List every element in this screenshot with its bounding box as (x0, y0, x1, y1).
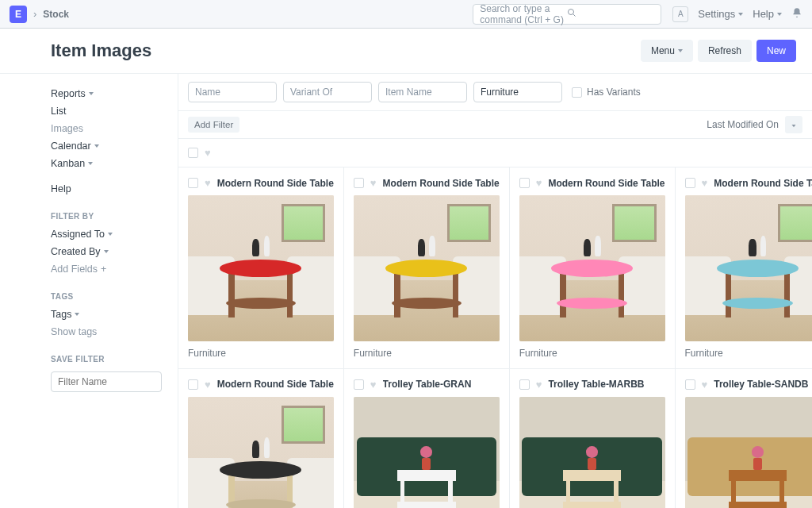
item-checkbox[interactable] (685, 178, 695, 188)
card-header: ♥Trolley Table-MARBB (519, 379, 665, 391)
has-variants-label: Has Variants (587, 87, 641, 98)
item-card[interactable]: ♥Trolley Table-SANDBFurniture (676, 369, 812, 508)
refresh-button[interactable]: Refresh (698, 40, 752, 62)
sort-label: Last Modified On (707, 119, 779, 130)
show-tags-link[interactable]: Show tags (51, 323, 162, 341)
like-icon[interactable]: ♥ (370, 379, 377, 391)
add-filter-button[interactable]: Add Filter (188, 117, 239, 133)
global-search-input[interactable]: Search or type a command (Ctrl + G) (473, 4, 661, 25)
item-category: Furniture (519, 348, 665, 359)
search-icon (567, 8, 654, 20)
chevron-down-icon (94, 144, 99, 148)
sort-control[interactable]: Last Modified On (707, 116, 802, 133)
like-icon[interactable]: ♥ (370, 177, 377, 189)
filter-actions-row: Add Filter Last Modified On (178, 111, 812, 139)
svg-line-1 (573, 14, 576, 17)
sidebar-item-label: Assigned To (51, 229, 105, 240)
like-icon[interactable]: ♥ (702, 177, 708, 189)
item-checkbox[interactable] (354, 379, 364, 390)
sidebar-filter-assigned-to[interactable]: Assigned To (51, 225, 162, 243)
image-grid: ♥Modern Round Side TableFurniture♥Modern… (178, 167, 812, 508)
sidebar-item-label: Kanban (51, 158, 85, 169)
help-menu[interactable]: Help (753, 8, 782, 20)
like-icon[interactable]: ♥ (702, 379, 708, 391)
sidebar-view-reports[interactable]: Reports (51, 85, 162, 102)
breadcrumb-stock[interactable]: Stock (43, 9, 69, 20)
tags-heading: TAGS (51, 292, 162, 301)
item-card[interactable]: ♥Modern Round Side TableFurniture (676, 167, 812, 369)
chevron-down-icon (108, 233, 113, 236)
menu-button[interactable]: Menu (641, 40, 693, 62)
search-placeholder: Search or type a command (Ctrl + G) (480, 3, 567, 25)
item-checkbox[interactable] (354, 178, 364, 188)
user-avatar[interactable]: A (672, 6, 688, 22)
item-thumbnail (354, 397, 500, 508)
item-card[interactable]: ♥Trolley Table-MARBBFurniture (510, 369, 676, 508)
filter-item-group-field[interactable]: Furniture (473, 82, 562, 102)
chevron-down-icon (104, 250, 109, 253)
like-icon[interactable]: ♥ (536, 379, 542, 391)
sidebar-help[interactable]: Help (51, 180, 162, 198)
svg-point-0 (569, 10, 574, 15)
sidebar-view-kanban[interactable]: Kanban (51, 155, 162, 172)
filter-by-heading: FILTER BY (51, 212, 162, 221)
chevron-down-icon (738, 13, 743, 16)
sidebar-item-label: Images (51, 123, 83, 134)
item-title: Modern Round Side Table (714, 178, 812, 189)
item-card[interactable]: ♥Modern Round Side TableFurniture (510, 167, 676, 369)
filter-name-input[interactable] (51, 371, 162, 392)
checkbox-icon (572, 87, 582, 98)
filter-variant-of-field[interactable]: Variant Of (283, 82, 372, 102)
notifications-icon[interactable] (791, 7, 802, 21)
page-title: Item Images (16, 40, 151, 61)
item-checkbox[interactable] (188, 379, 198, 390)
plus-icon: + (101, 264, 106, 275)
chevron-down-icon (88, 162, 93, 165)
like-icon[interactable]: ♥ (536, 177, 542, 189)
sidebar-item-label: Add Fields (51, 264, 98, 275)
chevron-down-icon (777, 13, 782, 16)
item-category: Furniture (188, 348, 334, 359)
item-thumbnail (188, 397, 334, 508)
like-icon[interactable]: ♥ (205, 379, 211, 391)
app-logo[interactable]: E (10, 6, 27, 23)
select-all-checkbox[interactable] (188, 148, 198, 158)
tags-dropdown[interactable]: Tags (51, 306, 162, 323)
settings-menu[interactable]: Settings (698, 8, 743, 20)
page-header: Item Images Menu Refresh New (0, 29, 812, 74)
sidebar-item-label: Reports (51, 88, 86, 99)
chevron-down-icon (678, 49, 683, 52)
sidebar-view-images[interactable]: Images (51, 120, 162, 137)
new-button[interactable]: New (756, 40, 796, 62)
item-checkbox[interactable] (188, 178, 198, 188)
item-checkbox[interactable] (519, 379, 530, 390)
sidebar: ReportsListImagesCalendarKanban Help FIL… (0, 74, 178, 508)
breadcrumb-sep-icon: › (33, 8, 36, 20)
item-title: Trolley Table-GRAN (383, 379, 500, 390)
item-thumbnail (354, 195, 500, 341)
sidebar-view-calendar[interactable]: Calendar (51, 137, 162, 155)
sidebar-view-list[interactable]: List (51, 102, 162, 120)
card-header: ♥Modern Round Side Table (188, 177, 334, 189)
sidebar-item-label: Calendar (51, 140, 91, 152)
sort-direction-icon[interactable] (785, 116, 802, 133)
like-icon[interactable]: ♥ (205, 177, 211, 189)
item-title: Modern Round Side Table (548, 178, 665, 189)
item-checkbox[interactable] (519, 178, 530, 188)
like-all-icon[interactable]: ♥ (205, 147, 211, 159)
filter-item-name-field[interactable]: Item Name (378, 82, 467, 102)
sidebar-filter-created-by[interactable]: Created By (51, 243, 162, 260)
item-category: Furniture (354, 348, 500, 359)
item-thumbnail (519, 195, 665, 341)
item-category: Furniture (685, 348, 812, 359)
has-variants-checkbox[interactable]: Has Variants (572, 87, 641, 98)
item-thumbnail (685, 195, 812, 341)
sidebar-filter-add-fields[interactable]: Add Fields + (51, 260, 162, 278)
item-card[interactable]: ♥Trolley Table-GRANFurniture (344, 369, 510, 508)
item-checkbox[interactable] (685, 379, 695, 390)
item-card[interactable]: ♥Modern Round Side TableFurniture (344, 167, 510, 369)
item-card[interactable]: ♥Modern Round Side TableFurniture (178, 369, 344, 508)
filter-name-field[interactable]: Name (188, 82, 277, 102)
chevron-down-icon (89, 92, 94, 95)
item-card[interactable]: ♥Modern Round Side TableFurniture (178, 167, 344, 369)
